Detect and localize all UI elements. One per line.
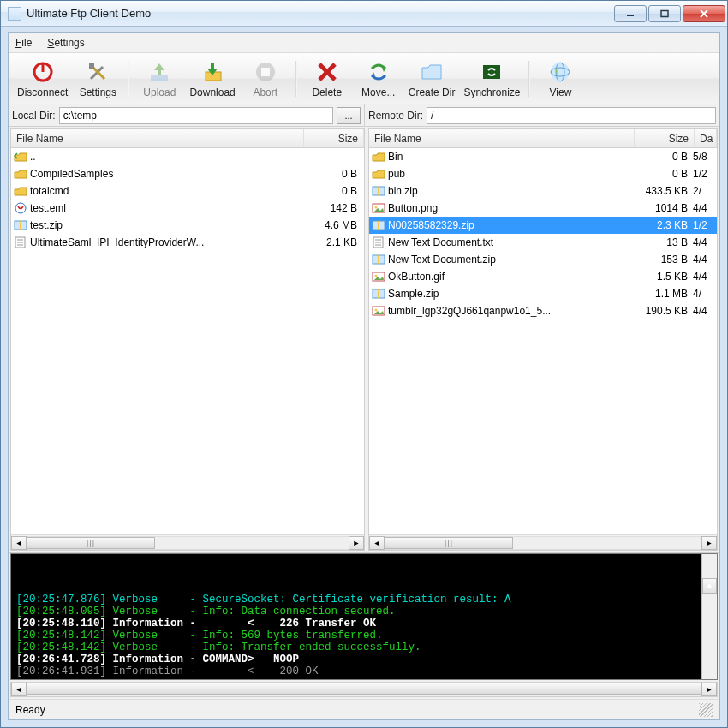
file-date: 1/2	[693, 219, 715, 231]
png-icon	[371, 201, 386, 215]
list-item[interactable]: New Text Document.txt13 B4/4	[369, 234, 717, 251]
scroll-right-icon[interactable]: ►	[701, 536, 717, 550]
file-name: CompiledSamples	[30, 168, 302, 180]
list-item[interactable]: pub0 B1/2	[369, 165, 717, 182]
titlebar[interactable]: Ultimate Ftp Client Demo	[1, 1, 727, 27]
remote-dir-input[interactable]	[427, 107, 716, 124]
status-text: Ready	[15, 704, 45, 716]
file-date: 4/4	[693, 254, 715, 266]
file-date: 4/4	[693, 271, 715, 283]
eml-icon	[13, 201, 28, 215]
scroll-left-icon[interactable]: ◄	[11, 536, 27, 550]
scrollbar-thumb[interactable]: |||	[27, 537, 155, 549]
file-name: N00258582329.zip	[388, 219, 633, 231]
zip-icon	[371, 253, 386, 266]
svg-rect-39	[378, 255, 379, 264]
list-item[interactable]: N00258582329.zip2.3 KB1/2	[369, 217, 717, 234]
file-size: 0 B	[302, 185, 362, 197]
file-name: test.zip	[30, 219, 302, 231]
log-console[interactable]: ▲ [20:25:47.876] Verbose - SecureSocket:…	[10, 553, 718, 680]
svg-point-31	[375, 206, 378, 209]
file-date: 1/2	[693, 168, 715, 180]
maximize-button[interactable]	[648, 5, 681, 22]
synchronize-button[interactable]: Synchronize	[460, 57, 523, 101]
list-item[interactable]: Sample.zip1.1 MB4/	[369, 285, 717, 302]
abort-icon	[253, 59, 278, 85]
local-dir-input[interactable]	[59, 107, 333, 124]
scroll-left-icon[interactable]: ◄	[11, 683, 27, 696]
resize-grip-icon[interactable]	[699, 703, 713, 717]
svg-rect-1	[661, 10, 668, 16]
file-size: 13 B	[633, 236, 693, 248]
svg-rect-9	[151, 75, 168, 81]
list-item[interactable]: totalcmd0 B	[11, 182, 364, 200]
upload-button[interactable]: Upload	[134, 57, 184, 101]
scrollbar-thumb[interactable]	[27, 683, 701, 695]
power-icon	[30, 59, 56, 85]
file-name: Sample.zip	[388, 288, 633, 300]
file-size: 142 B	[302, 202, 362, 214]
close-button[interactable]	[683, 5, 725, 22]
file-name: New Text Document.zip	[388, 254, 633, 266]
svg-rect-43	[378, 289, 379, 298]
browse-button[interactable]: ...	[337, 107, 361, 124]
file-name: tumblr_lgp32gQJ661qanpw1o1_5...	[388, 305, 633, 317]
svg-point-45	[375, 309, 378, 312]
scrollbar-vertical[interactable]: ▲	[701, 554, 717, 679]
file-size: 0 B	[302, 168, 362, 180]
file-date: 4/4	[693, 202, 715, 214]
view-button[interactable]: View	[535, 57, 585, 101]
scroll-left-icon[interactable]: ◄	[369, 536, 385, 550]
create-dir-button[interactable]: Create Dir	[405, 57, 459, 101]
menu-file[interactable]: File	[15, 37, 32, 49]
minimize-button[interactable]	[614, 5, 647, 22]
scroll-up-icon[interactable]: ▲	[702, 578, 717, 594]
list-item[interactable]: UltimateSaml_IPI_IdentityProviderW...2.1…	[11, 234, 364, 251]
svg-rect-10	[158, 69, 161, 75]
status-bar: Ready	[9, 699, 719, 719]
folder-icon	[371, 150, 386, 164]
file-date: 4/4	[693, 236, 715, 248]
scroll-right-icon[interactable]: ►	[701, 683, 717, 696]
svg-rect-23	[20, 221, 21, 230]
list-item[interactable]: tumblr_lgp32gQJ661qanpw1o1_5...190.5 KB4…	[369, 302, 717, 319]
delete-button[interactable]: Delete	[302, 57, 352, 101]
zip-icon	[13, 218, 28, 232]
list-item[interactable]: ..	[11, 148, 364, 165]
download-icon	[200, 59, 225, 85]
abort-button[interactable]: Abort	[241, 57, 290, 101]
list-item[interactable]: CompiledSamples0 B	[11, 165, 364, 182]
list-item[interactable]: test.eml142 B	[11, 200, 364, 217]
column-header[interactable]: File Name Size	[11, 129, 364, 148]
zip-icon	[371, 184, 386, 198]
file-name: test.eml	[30, 202, 302, 214]
column-header[interactable]: File Name Size Da	[369, 129, 717, 148]
list-item[interactable]: test.zip4.6 MB	[11, 217, 364, 234]
client-area: File Settings Disconnect Settings	[8, 32, 720, 720]
menu-settings[interactable]: Settings	[47, 37, 84, 49]
window-title: Ultimate Ftp Client Demo	[27, 7, 614, 20]
disconnect-button[interactable]: Disconnect	[14, 57, 71, 101]
list-item[interactable]: Bin0 B5/8	[369, 148, 717, 165]
file-size: 2.1 KB	[302, 236, 362, 248]
scrollbar-horizontal[interactable]: ◄ ||| ►	[11, 534, 364, 550]
scrollbar-horizontal[interactable]: ◄ ►	[10, 682, 718, 697]
settings-button[interactable]: Settings	[73, 57, 122, 101]
list-item[interactable]: New Text Document.zip153 B4/4	[369, 251, 717, 268]
file-name: Bin	[388, 151, 633, 163]
move-button[interactable]: Move...	[354, 57, 403, 101]
file-name: bin.zip	[388, 185, 633, 197]
up-icon	[13, 150, 28, 164]
delete-icon	[314, 59, 340, 85]
scroll-right-icon[interactable]: ►	[349, 536, 364, 550]
download-button[interactable]: Download	[186, 57, 238, 101]
zip-icon	[371, 218, 386, 232]
scrollbar-thumb[interactable]: |||	[385, 537, 513, 549]
remote-dir-label: Remote Dir:	[368, 110, 423, 122]
scrollbar-horizontal[interactable]: ◄ ||| ►	[369, 534, 717, 550]
list-item[interactable]: Button.png1014 B4/4	[369, 200, 717, 217]
list-item[interactable]: OkButton.gif1.5 KB4/4	[369, 268, 717, 285]
file-date: 4/	[693, 288, 715, 300]
sync-icon	[479, 59, 504, 85]
list-item[interactable]: bin.zip433.5 KB2/	[369, 182, 717, 200]
